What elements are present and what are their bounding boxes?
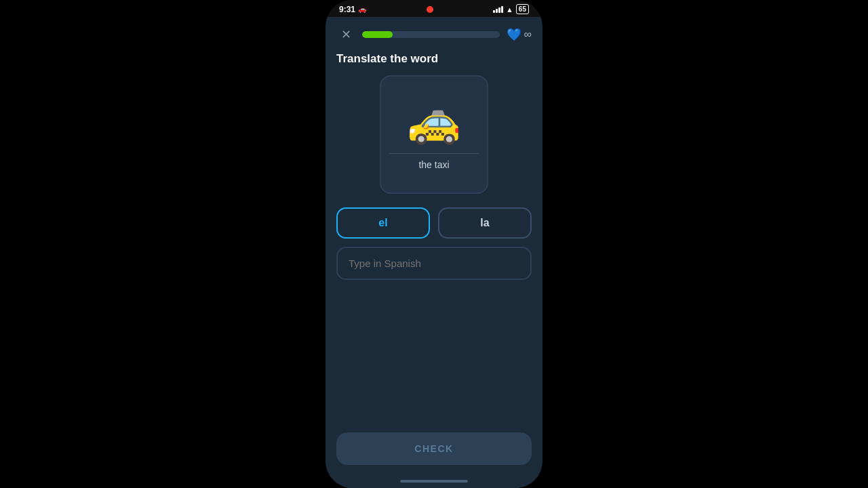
signal-bar-1: [493, 10, 495, 13]
home-bar: [400, 480, 468, 483]
spanish-input[interactable]: [336, 247, 532, 280]
word-card: 🚕 the taxi: [380, 75, 488, 194]
status-bar: 9:31 🚗 ▲ 65: [326, 0, 542, 17]
article-btn-la[interactable]: la: [438, 207, 532, 239]
wifi-icon: ▲: [506, 5, 513, 14]
progress-bar-fill: [362, 31, 393, 38]
notch-area: [427, 6, 433, 13]
word-label: the taxi: [418, 159, 449, 170]
hearts-area: 💙 ∞: [507, 27, 532, 42]
signal-bar-4: [501, 6, 503, 13]
record-dot: [427, 6, 433, 13]
close-button[interactable]: ✕: [336, 25, 355, 44]
signal-bar-2: [496, 9, 498, 13]
card-divider: [389, 153, 479, 155]
taxi-image: 🚕: [407, 99, 461, 142]
battery-icon: 65: [516, 4, 529, 14]
spacer: [326, 288, 542, 432]
infinite-icon: ∞: [524, 28, 532, 41]
check-button[interactable]: CHECK: [336, 432, 532, 465]
home-indicator: [326, 474, 542, 488]
signal-bar-3: [498, 7, 500, 13]
main-content: ✕ 💙 ∞ Translate the word 🚕 the taxi el l: [326, 17, 542, 488]
status-left: 9:31 🚗: [339, 5, 366, 14]
page-title: Translate the word: [326, 49, 542, 75]
progress-bar-container: [362, 31, 500, 38]
status-time: 9:31: [339, 5, 355, 14]
top-bar: ✕ 💙 ∞: [326, 17, 542, 49]
article-btn-el[interactable]: el: [336, 207, 430, 239]
car-icon: 🚗: [358, 5, 366, 13]
heart-icon: 💙: [507, 27, 521, 42]
article-buttons-group: el la: [326, 207, 542, 239]
text-input-container: [336, 247, 532, 280]
phone-frame: 9:31 🚗 ▲ 65 ✕: [326, 0, 542, 488]
signal-bars: [493, 6, 503, 13]
status-right: ▲ 65: [493, 4, 529, 14]
